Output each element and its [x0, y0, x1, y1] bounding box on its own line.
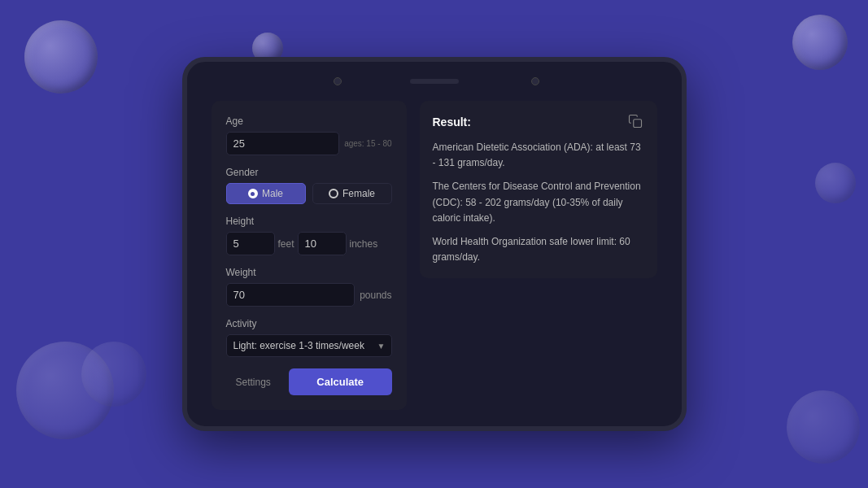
result-panel: Result: American Dietetic Association (A…: [420, 101, 657, 278]
activity-label: Activity: [226, 318, 392, 329]
settings-button[interactable]: Settings: [226, 370, 281, 394]
result-ada: American Dietetic Association (ADA): at …: [433, 140, 644, 171]
gender-radio-group: Male Female: [226, 183, 392, 204]
activity-field-group: Activity Sedentary: little or no exercis…: [226, 318, 392, 357]
bubble-decoration-6: [787, 390, 860, 464]
copy-icon[interactable]: [628, 114, 644, 130]
result-title: Result:: [433, 115, 471, 129]
weight-input[interactable]: [226, 283, 355, 307]
age-input-row: ages: 15 - 80: [226, 132, 392, 155]
gender-male-option[interactable]: Male: [226, 183, 306, 204]
gender-female-label: Female: [342, 188, 375, 199]
inches-unit-label: inches: [350, 238, 378, 250]
result-cdc: The Centers for Disease Control and Prev…: [433, 179, 644, 226]
height-feet-input[interactable]: [226, 232, 275, 255]
age-field-group: Age ages: 15 - 80: [226, 115, 392, 155]
speaker: [410, 79, 459, 84]
feet-unit-label: feet: [278, 238, 294, 250]
age-input[interactable]: [226, 132, 340, 155]
button-row: Settings Calculate: [226, 368, 392, 395]
calculate-button[interactable]: Calculate: [289, 368, 392, 395]
bubble-decoration-7: [815, 163, 856, 203]
height-inches-input[interactable]: [298, 232, 347, 255]
result-text: American Dietetic Association (ADA): at …: [433, 140, 644, 265]
weight-label: Weight: [226, 267, 392, 278]
camera-right: [531, 77, 539, 85]
gender-female-option[interactable]: Female: [312, 183, 392, 204]
activity-select[interactable]: Sedentary: little or no exercise Light: …: [226, 334, 392, 357]
height-label: Height: [226, 216, 392, 227]
weight-unit-label: pounds: [360, 290, 391, 301]
tablet-content: Age ages: 15 - 80 Gender Male Female: [187, 101, 682, 426]
radio-dot-male: [248, 189, 258, 198]
weight-input-row: pounds: [226, 283, 392, 307]
camera-left: [334, 77, 342, 85]
tablet-device: Age ages: 15 - 80 Gender Male Female: [182, 57, 687, 431]
form-panel: Age ages: 15 - 80 Gender Male Female: [212, 101, 407, 410]
activity-select-wrapper: Sedentary: little or no exercise Light: …: [226, 334, 392, 357]
bubble-decoration-5: [81, 342, 146, 407]
age-hint: ages: 15 - 80: [344, 139, 391, 148]
copy-svg-icon: [628, 114, 643, 129]
gender-field-group: Gender Male Female: [226, 167, 392, 204]
height-input-row: feet inches: [226, 232, 392, 255]
bubble-decoration-1: [24, 20, 98, 94]
result-who: World Health Organization safe lower lim…: [433, 234, 644, 265]
height-field-group: Height feet inches: [226, 216, 392, 255]
svg-rect-0: [633, 120, 641, 128]
radio-dot-female: [329, 189, 338, 198]
age-label: Age: [226, 115, 392, 127]
gender-label: Gender: [226, 167, 392, 178]
bubble-decoration-3: [792, 15, 848, 70]
gender-male-label: Male: [262, 188, 283, 199]
weight-field-group: Weight pounds: [226, 267, 392, 307]
result-header: Result:: [433, 114, 644, 130]
tablet-top-bar: [187, 62, 682, 101]
